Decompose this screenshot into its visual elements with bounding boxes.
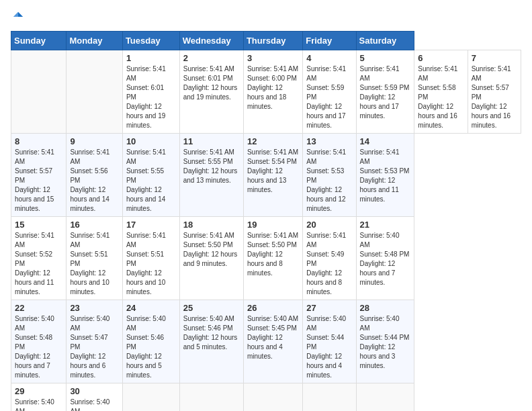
svg-marker-1 bbox=[13, 12, 18, 17]
calendar-day-11: 11 Sunrise: 5:41 AM Sunset: 5:55 PM Dayl… bbox=[179, 134, 243, 217]
calendar-day-22: 22 Sunrise: 5:40 AM Sunset: 5:48 PM Dayl… bbox=[11, 300, 66, 383]
empty-cell bbox=[303, 383, 356, 412]
empty-cell bbox=[122, 383, 179, 412]
calendar-day-20: 20 Sunrise: 5:41 AM Sunset: 5:49 PM Dayl… bbox=[303, 217, 356, 300]
day-number: 26 bbox=[247, 303, 299, 313]
calendar-day-8: 8 Sunrise: 5:41 AM Sunset: 5:57 PM Dayli… bbox=[11, 134, 66, 217]
day-number: 5 bbox=[360, 53, 411, 63]
day-info: Sunrise: 5:41 AM Sunset: 5:54 PM Dayligh… bbox=[247, 148, 299, 195]
day-number: 24 bbox=[126, 303, 176, 313]
calendar-day-3: 3 Sunrise: 5:41 AM Sunset: 6:00 PM Dayli… bbox=[243, 50, 302, 134]
day-header-wednesday: Wednesday bbox=[179, 32, 243, 50]
day-info: Sunrise: 5:41 AM Sunset: 5:50 PM Dayligh… bbox=[183, 231, 240, 269]
day-number: 27 bbox=[306, 303, 352, 313]
day-number: 9 bbox=[70, 136, 119, 146]
calendar-day-7: 7 Sunrise: 5:41 AM Sunset: 5:57 PM Dayli… bbox=[468, 50, 521, 134]
day-info: Sunrise: 5:41 AM Sunset: 5:52 PM Dayligh… bbox=[15, 231, 62, 297]
day-number: 12 bbox=[247, 136, 299, 146]
day-number: 15 bbox=[15, 220, 62, 230]
day-number: 6 bbox=[418, 53, 463, 63]
day-info: Sunrise: 5:41 AM Sunset: 5:51 PM Dayligh… bbox=[126, 231, 176, 297]
day-header-saturday: Saturday bbox=[356, 32, 414, 50]
day-info: Sunrise: 5:41 AM Sunset: 5:57 PM Dayligh… bbox=[15, 148, 62, 214]
svg-marker-0 bbox=[18, 12, 23, 17]
calendar-day-14: 14 Sunrise: 5:41 AM Sunset: 5:53 PM Dayl… bbox=[356, 134, 414, 217]
day-info: Sunrise: 5:41 AM Sunset: 5:53 PM Dayligh… bbox=[306, 148, 352, 214]
day-info: Sunrise: 5:41 AM Sunset: 5:59 PM Dayligh… bbox=[306, 64, 352, 130]
day-info: Sunrise: 5:41 AM Sunset: 5:55 PM Dayligh… bbox=[126, 148, 176, 214]
day-info: Sunrise: 5:40 AM Sunset: 5:48 PM Dayligh… bbox=[360, 231, 411, 287]
day-info: Sunrise: 5:41 AM Sunset: 5:51 PM Dayligh… bbox=[70, 231, 119, 297]
calendar-week-1: 1 Sunrise: 5:41 AM Sunset: 6:01 PM Dayli… bbox=[11, 50, 521, 134]
day-number: 30 bbox=[70, 386, 119, 396]
day-header-monday: Monday bbox=[66, 32, 123, 50]
day-number: 2 bbox=[183, 53, 240, 63]
day-info: Sunrise: 5:40 AM Sunset: 5:45 PM Dayligh… bbox=[247, 314, 299, 361]
day-number: 11 bbox=[183, 136, 240, 146]
calendar-day-29: 29 Sunrise: 5:40 AM Sunset: 5:43 PM Dayl… bbox=[11, 383, 66, 412]
day-number: 22 bbox=[15, 303, 62, 313]
calendar-week-5: 29 Sunrise: 5:40 AM Sunset: 5:43 PM Dayl… bbox=[11, 383, 521, 412]
calendar-day-2: 2 Sunrise: 5:41 AM Sunset: 6:01 PM Dayli… bbox=[179, 50, 243, 134]
day-number: 16 bbox=[70, 220, 119, 230]
empty-cell bbox=[179, 383, 243, 412]
calendar-day-5: 5 Sunrise: 5:41 AM Sunset: 5:59 PM Dayli… bbox=[356, 50, 414, 134]
day-header-tuesday: Tuesday bbox=[122, 32, 179, 50]
calendar-day-23: 23 Sunrise: 5:40 AM Sunset: 5:47 PM Dayl… bbox=[66, 300, 123, 383]
day-info: Sunrise: 5:40 AM Sunset: 5:42 PM Dayligh… bbox=[70, 398, 119, 411]
calendar-day-21: 21 Sunrise: 5:40 AM Sunset: 5:48 PM Dayl… bbox=[356, 217, 414, 300]
day-number: 8 bbox=[15, 136, 62, 146]
day-info: Sunrise: 5:40 AM Sunset: 5:44 PM Dayligh… bbox=[306, 314, 352, 380]
calendar-day-6: 6 Sunrise: 5:41 AM Sunset: 5:58 PM Dayli… bbox=[414, 50, 468, 134]
calendar-day-27: 27 Sunrise: 5:40 AM Sunset: 5:44 PM Dayl… bbox=[303, 300, 356, 383]
day-number: 1 bbox=[126, 53, 176, 63]
empty-cell bbox=[11, 50, 66, 134]
empty-cell bbox=[243, 383, 302, 412]
calendar-day-9: 9 Sunrise: 5:41 AM Sunset: 5:56 PM Dayli… bbox=[66, 134, 123, 217]
day-header-thursday: Thursday bbox=[243, 32, 302, 50]
logo bbox=[11, 11, 26, 23]
logo-icon bbox=[12, 11, 24, 23]
day-info: Sunrise: 5:41 AM Sunset: 5:55 PM Dayligh… bbox=[183, 148, 240, 185]
calendar-day-16: 16 Sunrise: 5:41 AM Sunset: 5:51 PM Dayl… bbox=[66, 217, 123, 300]
day-info: Sunrise: 5:41 AM Sunset: 5:58 PM Dayligh… bbox=[418, 64, 463, 130]
day-number: 10 bbox=[126, 136, 176, 146]
day-info: Sunrise: 5:40 AM Sunset: 5:47 PM Dayligh… bbox=[70, 314, 119, 380]
day-number: 17 bbox=[126, 220, 176, 230]
calendar-day-25: 25 Sunrise: 5:40 AM Sunset: 5:46 PM Dayl… bbox=[179, 300, 243, 383]
day-info: Sunrise: 5:41 AM Sunset: 5:53 PM Dayligh… bbox=[360, 148, 411, 204]
calendar-day-26: 26 Sunrise: 5:40 AM Sunset: 5:45 PM Dayl… bbox=[243, 300, 302, 383]
day-info: Sunrise: 5:41 AM Sunset: 5:49 PM Dayligh… bbox=[306, 231, 352, 297]
calendar-day-24: 24 Sunrise: 5:40 AM Sunset: 5:46 PM Dayl… bbox=[122, 300, 179, 383]
day-number: 7 bbox=[472, 53, 517, 63]
day-number: 29 bbox=[15, 386, 62, 396]
calendar-day-30: 30 Sunrise: 5:40 AM Sunset: 5:42 PM Dayl… bbox=[66, 383, 123, 412]
day-info: Sunrise: 5:41 AM Sunset: 6:01 PM Dayligh… bbox=[183, 64, 240, 102]
calendar-day-10: 10 Sunrise: 5:41 AM Sunset: 5:55 PM Dayl… bbox=[122, 134, 179, 217]
calendar-week-3: 15 Sunrise: 5:41 AM Sunset: 5:52 PM Dayl… bbox=[11, 217, 521, 300]
day-info: Sunrise: 5:41 AM Sunset: 5:56 PM Dayligh… bbox=[70, 148, 119, 214]
calendar-week-2: 8 Sunrise: 5:41 AM Sunset: 5:57 PM Dayli… bbox=[11, 134, 521, 217]
day-number: 4 bbox=[306, 53, 352, 63]
calendar-week-4: 22 Sunrise: 5:40 AM Sunset: 5:48 PM Dayl… bbox=[11, 300, 521, 383]
calendar-day-18: 18 Sunrise: 5:41 AM Sunset: 5:50 PM Dayl… bbox=[179, 217, 243, 300]
day-header-sunday: Sunday bbox=[11, 32, 66, 50]
empty-cell bbox=[356, 383, 414, 412]
day-header-friday: Friday bbox=[303, 32, 356, 50]
day-info: Sunrise: 5:40 AM Sunset: 5:44 PM Dayligh… bbox=[360, 314, 411, 371]
day-info: Sunrise: 5:41 AM Sunset: 5:59 PM Dayligh… bbox=[360, 64, 411, 121]
calendar-day-19: 19 Sunrise: 5:41 AM Sunset: 5:50 PM Dayl… bbox=[243, 217, 302, 300]
calendar-day-13: 13 Sunrise: 5:41 AM Sunset: 5:53 PM Dayl… bbox=[303, 134, 356, 217]
calendar-day-28: 28 Sunrise: 5:40 AM Sunset: 5:44 PM Dayl… bbox=[356, 300, 414, 383]
day-number: 28 bbox=[360, 303, 411, 313]
day-info: Sunrise: 5:41 AM Sunset: 6:00 PM Dayligh… bbox=[247, 64, 299, 111]
day-info: Sunrise: 5:40 AM Sunset: 5:43 PM Dayligh… bbox=[15, 398, 62, 411]
page-header bbox=[11, 11, 521, 23]
empty-cell bbox=[66, 50, 123, 134]
day-number: 20 bbox=[306, 220, 352, 230]
day-info: Sunrise: 5:41 AM Sunset: 6:01 PM Dayligh… bbox=[126, 64, 176, 130]
calendar-day-15: 15 Sunrise: 5:41 AM Sunset: 5:52 PM Dayl… bbox=[11, 217, 66, 300]
day-number: 19 bbox=[247, 220, 299, 230]
day-number: 23 bbox=[70, 303, 119, 313]
day-info: Sunrise: 5:41 AM Sunset: 5:57 PM Dayligh… bbox=[472, 64, 517, 130]
